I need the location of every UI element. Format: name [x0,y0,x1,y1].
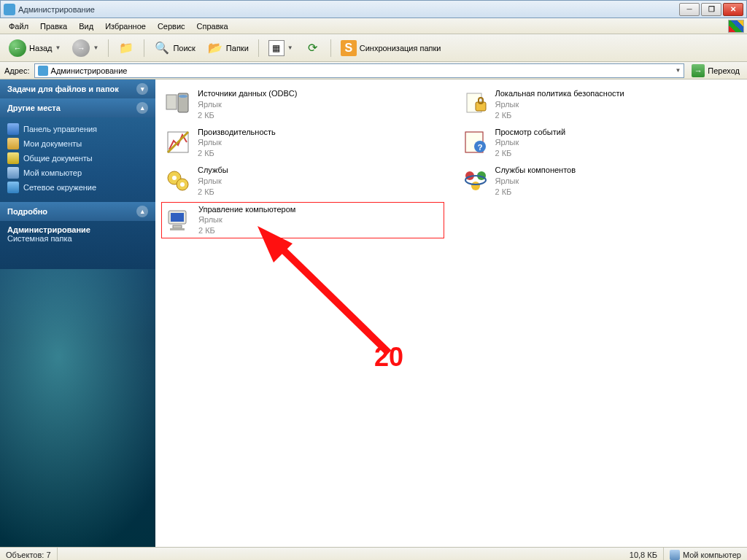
svg-point-13 [172,176,177,180]
panel-title: Другие места [7,104,61,112]
items-grid: Источники данных (ODBC) Ярлык 2 КБ Локал… [155,79,747,246]
address-field[interactable]: Администрирование ▼ [34,63,685,78]
menu-view[interactable]: Вид [73,20,99,32]
panel-header-details[interactable]: Подробно ▴ [0,202,155,221]
file-size: 2 КБ [198,110,297,121]
file-icon [163,165,193,195]
separator [330,39,331,57]
windows-logo-icon [728,20,744,33]
menu-tools[interactable]: Сервис [152,20,191,32]
svg-point-15 [180,182,185,187]
folders-button[interactable]: 📂 Папки [203,38,253,58]
address-dropdown-icon[interactable]: ▼ [675,67,681,74]
status-bar: Объектов: 7 10,8 КБ Мой компьютер [0,547,747,560]
file-item[interactable]: Локальная политика безопасности Ярлык 2 … [459,87,742,122]
file-size: 2 КБ [495,148,566,159]
panel-header-tasks[interactable]: Задачи для файлов и папок ▾ [0,79,155,98]
folder-up-icon: 📁 [118,40,134,56]
close-button[interactable]: ✕ [723,3,743,16]
search-button[interactable]: 🔍 Поиск [150,38,199,58]
file-item[interactable]: Источники данных (ODBC) Ярлык 2 КБ [161,87,444,122]
sidebar-item[interactable]: Сетевое окружение [7,180,148,195]
file-meta: Службы Ярлык 2 КБ [198,165,228,198]
minimize-button[interactable]: ─ [679,3,700,16]
up-button[interactable]: 📁 [114,38,139,58]
forward-button[interactable]: → ▼ [68,38,103,58]
file-meta: Источники данных (ODBC) Ярлык 2 КБ [198,88,297,121]
file-item[interactable]: Производительность Ярлык 2 КБ [161,125,444,161]
go-button[interactable]: → Переход [687,63,744,78]
status-location: Мой компьютер [664,548,747,560]
file-type: Ярлык [198,176,228,187]
window-controls: ─ ❐ ✕ [679,3,743,16]
file-icon [163,204,194,235]
forward-arrow-icon: → [72,39,90,57]
file-item[interactable]: Службы Ярлык 2 КБ [161,163,444,199]
status-size: 10,8 КБ [624,548,664,560]
chevron-down-icon: ▾ [136,83,148,95]
menu-file[interactable]: Файл [3,20,34,32]
chevron-up-icon: ▴ [136,102,148,114]
panel-file-tasks: Задачи для файлов и папок ▾ [0,79,155,98]
menu-edit[interactable]: Правка [34,20,73,32]
menu-favorites[interactable]: Избранное [99,20,152,32]
separator [258,39,259,57]
title-bar: Администрирование ─ ❐ ✕ [0,0,747,18]
menu-help[interactable]: Справка [191,20,234,32]
details-subtitle: Системная папка [7,234,148,243]
panel-details: Подробно ▴ Администрирование Системная п… [0,202,155,250]
sidebar-item[interactable]: Мой компьютер [7,166,148,180]
svg-rect-22 [173,225,182,228]
sidebar-item[interactable]: Общие документы [7,151,148,166]
search-icon: 🔍 [154,40,170,56]
window-title: Администрирование [18,5,679,14]
status-location-text: Мой компьютер [683,551,741,559]
maximize-button[interactable]: ❐ [701,3,721,16]
file-size: 2 КБ [198,187,228,198]
chevron-down-icon[interactable]: ▼ [55,44,61,51]
panel-title: Подробно [7,207,47,216]
place-icon [7,123,19,135]
explorer-body: Задачи для файлов и папок ▾ Другие места… [0,79,747,547]
folders-icon: 📂 [207,40,223,56]
details-title: Администрирование [7,225,148,234]
file-type: Ярлык [198,99,297,110]
svg-rect-0 [166,95,177,109]
file-name: Локальная политика безопасности [495,88,624,99]
svg-line-25 [271,238,389,353]
chevron-down-icon[interactable]: ▼ [93,44,98,51]
refresh-button[interactable]: ⟳ [301,38,325,58]
file-item[interactable]: Службы компонентов Ярлык 2 КБ [459,163,742,199]
place-icon [7,138,19,149]
file-meta: Службы компонентов Ярлык 2 КБ [495,165,576,198]
back-button[interactable]: ← Назад ▼ [4,38,65,58]
file-icon: ? [460,127,491,158]
sidebar-item[interactable]: Панель управления [7,122,148,136]
folders-label: Папки [226,44,249,52]
back-arrow-icon: ← [9,39,26,57]
panel-title: Задачи для файлов и папок [7,85,119,93]
file-item[interactable]: ? Просмотр событий Ярлык 2 КБ [459,125,742,161]
views-button[interactable]: ▦ ▼ [264,38,298,58]
sync-button[interactable]: S Синхронизация папки [336,38,446,58]
file-icon [163,127,193,158]
views-icon: ▦ [268,40,285,56]
computer-icon [670,550,680,560]
annotation-label: 20 [374,342,403,373]
address-value: Администрирование [51,66,128,75]
content-pane: Источники данных (ODBC) Ярлык 2 КБ Локал… [155,79,747,547]
sync-icon: S [341,40,357,56]
sidebar-item-label: Мой компьютер [23,168,82,177]
status-objects: Объектов: 7 [0,548,58,560]
panel-header-places[interactable]: Другие места ▴ [0,98,155,117]
file-item[interactable]: Управление компьютером Ярлык 2 КБ [161,202,444,239]
file-meta: Просмотр событий Ярлык 2 КБ [495,127,566,160]
sidebar-item[interactable]: Мои документы [7,136,148,151]
place-icon [7,167,19,179]
svg-rect-21 [171,213,184,222]
svg-point-2 [179,95,187,98]
chevron-down-icon[interactable]: ▼ [287,44,293,51]
location-icon [38,66,48,76]
details-info: Администрирование Системная папка [0,221,155,250]
address-bar: Адрес: Администрирование ▼ → Переход [0,62,747,79]
